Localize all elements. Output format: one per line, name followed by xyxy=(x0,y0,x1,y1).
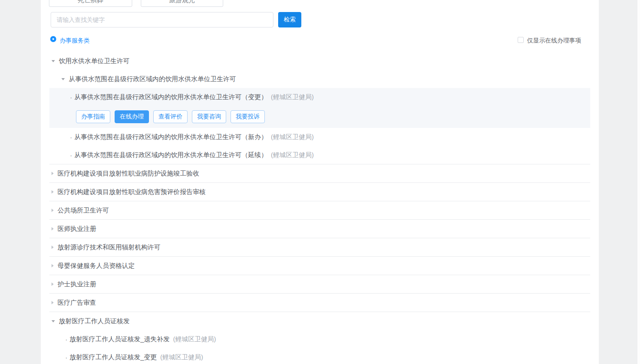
caret-down-icon xyxy=(52,60,55,62)
subgroup-header[interactable]: 从事供水范围在县级行政区域内的饮用水供水单位卫生许可 xyxy=(49,70,590,88)
service-group: 医疗机构建设项目放射性职业病防护设施竣工验收 xyxy=(49,164,590,183)
action-buttons: 办事指南在线办理查看评价我要咨询我要投诉 xyxy=(76,110,590,123)
caret-right-icon xyxy=(52,282,54,286)
caret-right-icon xyxy=(52,301,54,304)
service-item-agency: (鲤城区卫健局) xyxy=(173,335,216,343)
service-tree: 饮用水供水单位卫生许可从事供水范围在县级行政区域内的饮用水供水单位卫生许可·从事… xyxy=(49,52,590,364)
service-item[interactable]: ·放射医疗工作人员证核发_遗失补发(鲤城区卫健局) xyxy=(49,330,590,348)
search-button[interactable]: 检索 xyxy=(278,12,301,27)
caret-down-icon xyxy=(52,320,55,322)
caret-right-icon xyxy=(52,209,54,212)
guide-button[interactable]: 办事指南 xyxy=(76,110,110,123)
content-card: 死亡殡葬 旅游观光 检索 办事服务类 仅显示在线办理事项 饮用水供水单位卫生许可… xyxy=(41,0,599,364)
service-item-agency: (鲤城区卫健局) xyxy=(160,353,203,361)
service-item-agency: (鲤城区卫健局) xyxy=(271,133,314,141)
service-item-agency: (鲤城区卫健局) xyxy=(271,93,314,101)
service-group: 放射源诊疗技术和医用辐射机构许可 xyxy=(49,238,590,257)
service-item[interactable]: ·放射医疗工作人员证核发_变更(鲤城区卫健局) xyxy=(49,348,590,364)
group-label: 公共场所卫生许可 xyxy=(58,206,109,215)
caret-right-icon xyxy=(52,190,54,194)
group-header[interactable]: 医师执业注册 xyxy=(49,220,590,238)
group-header[interactable]: 放射医疗工作人员证核发 xyxy=(49,312,590,330)
scrollbar[interactable] xyxy=(637,0,640,364)
caret-right-icon xyxy=(52,264,54,267)
online-only-checkbox-label[interactable]: 仅显示在线办理事项 xyxy=(527,37,581,45)
group-header[interactable]: 母婴保健服务人员资格认定 xyxy=(49,257,590,275)
online-apply-button[interactable]: 在线办理 xyxy=(115,110,149,123)
group-label: 护士执业注册 xyxy=(58,280,96,288)
group-label: 医师执业注册 xyxy=(58,225,96,233)
bullet-icon: · xyxy=(65,336,67,343)
online-only-checkbox[interactable] xyxy=(518,37,524,43)
service-item-title: 从事供水范围在县级行政区域内的饮用水供水单位卫生许可（新办） xyxy=(74,133,267,141)
caret-right-icon xyxy=(52,227,54,231)
service-category-radio[interactable] xyxy=(50,36,56,42)
bullet-icon: · xyxy=(65,354,67,361)
group-label: 放射医疗工作人员证核发 xyxy=(59,317,130,325)
category-tab[interactable]: 死亡殡葬 xyxy=(49,0,132,7)
selected-service-block: ·从事供水范围在县级行政区域内的饮用水供水单位卫生许可（变更）(鲤城区卫健局)办… xyxy=(49,88,590,128)
service-item[interactable]: ·从事供水范围在县级行政区域内的饮用水供水单位卫生许可（延续）(鲤城区卫健局) xyxy=(49,146,590,164)
group-header[interactable]: 饮用水供水单位卫生许可 xyxy=(49,52,590,70)
group-label: 饮用水供水单位卫生许可 xyxy=(59,57,130,65)
service-group: 放射医疗工作人员证核发·放射医疗工作人员证核发_遗失补发(鲤城区卫健局)·放射医… xyxy=(49,312,590,364)
group-header[interactable]: 医疗机构建设项目放射性职业病防护设施竣工验收 xyxy=(49,164,590,182)
service-group: 公共场所卫生许可 xyxy=(49,201,590,220)
service-group: 医疗机构建设项目放射性职业病危害预评价报告审核 xyxy=(49,183,590,201)
group-label: 医疗机构建设项目放射性职业病防护设施竣工验收 xyxy=(58,170,199,178)
service-item-title: 放射医疗工作人员证核发_遗失补发 xyxy=(70,335,170,343)
group-header[interactable]: 医疗机构建设项目放射性职业病危害预评价报告审核 xyxy=(49,183,590,201)
consult-button[interactable]: 我要咨询 xyxy=(192,110,226,123)
service-group: 母婴保健服务人员资格认定 xyxy=(49,257,590,275)
group-label: 放射源诊疗技术和医用辐射机构许可 xyxy=(58,243,161,252)
subgroup-label: 从事供水范围在县级行政区域内的饮用水供水单位卫生许可 xyxy=(69,75,236,83)
service-item-title: 从事供水范围在县级行政区域内的饮用水供水单位卫生许可（变更） xyxy=(74,93,267,101)
view-evaluation-button[interactable]: 查看评价 xyxy=(153,110,188,123)
category-tab[interactable]: 旅游观光 xyxy=(141,0,223,7)
group-label: 医疗机构建设项目放射性职业病危害预评价报告审核 xyxy=(58,188,206,196)
bullet-icon: · xyxy=(70,133,72,141)
bullet-icon: · xyxy=(70,152,72,159)
group-label: 母婴保健服务人员资格认定 xyxy=(58,262,135,270)
service-group: 饮用水供水单位卫生许可从事供水范围在县级行政区域内的饮用水供水单位卫生许可·从事… xyxy=(49,52,590,164)
service-group: 医疗广告审查 xyxy=(49,294,590,312)
search-input[interactable] xyxy=(51,12,273,27)
service-item[interactable]: ·从事供水范围在县级行政区域内的饮用水供水单位卫生许可（新办）(鲤城区卫健局) xyxy=(49,128,590,146)
service-group: 医师执业注册 xyxy=(49,220,590,238)
bullet-icon: · xyxy=(70,94,72,101)
service-item-agency: (鲤城区卫健局) xyxy=(271,151,314,159)
group-header[interactable]: 放射源诊疗技术和医用辐射机构许可 xyxy=(49,238,590,256)
group-label: 医疗广告审查 xyxy=(58,299,96,307)
caret-down-icon xyxy=(61,78,65,80)
service-item-title: 从事供水范围在县级行政区域内的饮用水供水单位卫生许可（延续） xyxy=(74,151,267,159)
group-header[interactable]: 公共场所卫生许可 xyxy=(49,201,590,219)
group-header[interactable]: 护士执业注册 xyxy=(49,275,590,293)
service-group: 护士执业注册 xyxy=(49,275,590,294)
caret-right-icon xyxy=(52,172,54,175)
service-category-radio-label[interactable]: 办事服务类 xyxy=(60,37,90,45)
caret-right-icon xyxy=(52,246,54,249)
group-header[interactable]: 医疗广告审查 xyxy=(49,294,590,312)
service-item[interactable]: ·从事供水范围在县级行政区域内的饮用水供水单位卫生许可（变更）(鲤城区卫健局) xyxy=(49,88,590,106)
complaint-button[interactable]: 我要投诉 xyxy=(231,110,265,123)
service-item-title: 放射医疗工作人员证核发_变更 xyxy=(70,353,157,361)
